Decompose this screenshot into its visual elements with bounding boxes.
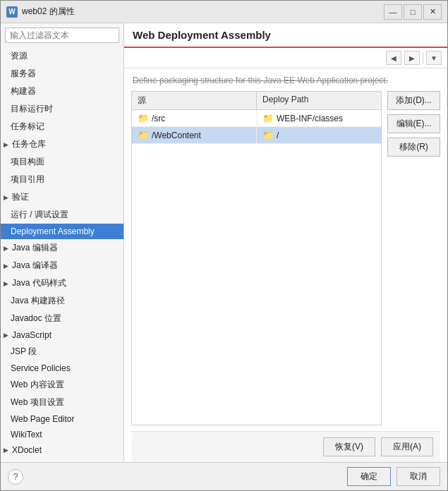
edit-button[interactable]: 编辑(E)...: [387, 114, 440, 133]
sidebar-item-13[interactable]: ▶Java 代码样式: [1, 274, 123, 292]
sidebar-label-10: Deployment Assembly: [11, 226, 95, 236]
sidebar-item-20[interactable]: Web 项目设置: [1, 394, 123, 411]
sidebar-item-6[interactable]: 项目构面: [1, 153, 123, 171]
right-panel: Web Deployment Assembly ◀ ▶ ▼ Define pac…: [124, 23, 447, 462]
restore-button[interactable]: 恢复(V): [323, 437, 375, 456]
source-text-1: /WebContent: [152, 131, 201, 140]
sidebar-label-16: JavaScript: [12, 330, 52, 340]
panel-title: Web Deployment Assembly: [133, 29, 271, 41]
add-button[interactable]: 添加(D)...: [387, 91, 440, 110]
deploy-folder-icon-0: 📁: [262, 113, 274, 123]
panel-header: Web Deployment Assembly: [124, 23, 447, 48]
main-window: W web02 的属性 — □ ✕ 资源服务器构建器目标运行时任务标记▶任务仓库…: [0, 0, 448, 491]
nav-dropdown-button[interactable]: ▼: [426, 51, 442, 65]
sidebar-label-17: JSP 段: [11, 346, 37, 356]
cell-deploy-0: 📁WEB-INF/classes: [257, 110, 381, 126]
title-bar: W web02 的属性 — □ ✕: [1, 1, 447, 23]
sidebar-label-18: Service Policies: [11, 363, 71, 373]
deploy-text-0: WEB-INF/classes: [277, 114, 343, 123]
panel-description: Define packaging structure for this Java…: [131, 75, 440, 85]
panel-body: Define packaging structure for this Java…: [124, 68, 447, 462]
table-body: 📁/src📁WEB-INF/classes📁/WebContent📁/: [132, 110, 381, 425]
sidebar-item-15[interactable]: Javadoc 位置: [1, 310, 123, 327]
sidebar-item-12[interactable]: ▶Java 编译器: [1, 257, 123, 274]
sidebar-item-4[interactable]: 任务标记: [1, 118, 123, 135]
sidebar: 资源服务器构建器目标运行时任务标记▶任务仓库项目构面项目引用▶验证运行 / 调试…: [1, 23, 124, 462]
sidebar-item-23[interactable]: ▶XDoclet: [1, 442, 123, 458]
expand-arrow-8: ▶: [4, 194, 11, 201]
sidebar-item-11[interactable]: ▶Java 编辑器: [1, 239, 123, 257]
sidebar-item-22[interactable]: WikiText: [1, 427, 123, 442]
sidebar-item-18[interactable]: Service Policies: [1, 360, 123, 376]
col-source: 源: [132, 92, 257, 109]
sidebar-label-5: 任务仓库: [12, 138, 46, 150]
deploy-text-1: /: [277, 131, 279, 140]
sidebar-item-1[interactable]: 服务器: [1, 65, 123, 83]
close-button[interactable]: ✕: [423, 4, 442, 20]
sidebar-label-2: 构建器: [11, 86, 36, 96]
deployment-table: 源 Deploy Path 📁/src📁WEB-INF/classes📁/Web…: [131, 91, 382, 425]
sidebar-item-16[interactable]: ▶JavaScript: [1, 327, 123, 343]
sidebar-label-1: 服务器: [11, 68, 36, 78]
sidebar-item-0[interactable]: 资源: [1, 47, 123, 65]
expand-arrow-13: ▶: [4, 280, 11, 287]
sidebar-item-17[interactable]: JSP 段: [1, 343, 123, 360]
sidebar-item-10[interactable]: Deployment Assembly: [1, 224, 123, 239]
table-area: 源 Deploy Path 📁/src📁WEB-INF/classes📁/Web…: [131, 91, 440, 425]
bottom-buttons: 确定 取消: [347, 467, 440, 486]
sidebar-item-14[interactable]: Java 构建路径: [1, 292, 123, 310]
filter-input[interactable]: [5, 28, 119, 43]
remove-button[interactable]: 移除(R): [387, 138, 440, 157]
source-text-0: /src: [152, 114, 165, 123]
sidebar-item-19[interactable]: Web 内容设置: [1, 376, 123, 394]
sidebar-label-23: XDoclet: [12, 445, 42, 455]
minimize-button[interactable]: —: [384, 4, 402, 20]
sidebar-items: 资源服务器构建器目标运行时任务标记▶任务仓库项目构面项目引用▶验证运行 / 调试…: [1, 47, 123, 462]
sidebar-label-9: 运行 / 调试设置: [11, 210, 68, 219]
sidebar-label-6: 项目构面: [11, 157, 44, 166]
sidebar-label-14: Java 构建路径: [11, 296, 65, 305]
sidebar-label-15: Javadoc 位置: [11, 313, 61, 323]
nav-back-button[interactable]: ◀: [386, 51, 401, 65]
expand-arrow-5: ▶: [4, 141, 11, 148]
sidebar-item-9[interactable]: 运行 / 调试设置: [1, 206, 123, 224]
confirm-button[interactable]: 确定: [347, 467, 391, 486]
action-buttons: 添加(D)... 编辑(E)... 移除(R): [387, 91, 440, 425]
sidebar-item-5[interactable]: ▶任务仓库: [1, 135, 123, 153]
content-area: 资源服务器构建器目标运行时任务标记▶任务仓库项目构面项目引用▶验证运行 / 调试…: [1, 23, 447, 462]
sidebar-label-19: Web 内容设置: [11, 380, 64, 389]
sidebar-item-7[interactable]: 项目引用: [1, 171, 123, 188]
panel-nav: ◀ ▶ ▼: [124, 48, 447, 68]
expand-arrow-23: ▶: [4, 447, 11, 454]
sidebar-item-2[interactable]: 构建器: [1, 83, 123, 100]
window-title: web02 的属性: [22, 6, 75, 18]
table-row-1[interactable]: 📁/WebContent📁/: [132, 127, 381, 144]
cell-source-1: 📁/WebContent: [132, 127, 257, 143]
bottom-bar: ? 确定 取消: [1, 462, 447, 490]
sidebar-item-8[interactable]: ▶验证: [1, 188, 123, 206]
maximize-button[interactable]: □: [404, 4, 422, 20]
deploy-folder-icon-1: 📁: [262, 130, 274, 140]
sidebar-label-11: Java 编辑器: [12, 242, 58, 254]
sidebar-label-8: 验证: [12, 191, 29, 203]
cell-source-0: 📁/src: [132, 110, 257, 126]
title-bar-left: W web02 的属性: [6, 6, 75, 18]
apply-button[interactable]: 应用(A): [381, 437, 433, 456]
cancel-button[interactable]: 取消: [396, 467, 440, 486]
expand-arrow-11: ▶: [4, 245, 11, 252]
table-row-0[interactable]: 📁/src📁WEB-INF/classes: [132, 110, 381, 127]
table-header: 源 Deploy Path: [132, 92, 381, 110]
sidebar-item-3[interactable]: 目标运行时: [1, 100, 123, 118]
sidebar-label-4: 任务标记: [11, 121, 44, 131]
sidebar-item-21[interactable]: Web Page Editor: [1, 411, 123, 427]
window-icon: W: [6, 6, 18, 18]
expand-arrow-12: ▶: [4, 262, 11, 269]
sidebar-label-13: Java 代码样式: [12, 277, 66, 289]
sidebar-label-21: Web Page Editor: [11, 414, 75, 424]
panel-footer: 恢复(V) 应用(A): [131, 431, 440, 462]
sidebar-label-0: 资源: [11, 51, 28, 61]
col-deploy-path: Deploy Path: [257, 92, 381, 109]
help-icon[interactable]: ?: [8, 469, 23, 485]
sidebar-label-12: Java 编译器: [12, 260, 58, 272]
nav-forward-button[interactable]: ▶: [404, 51, 420, 65]
